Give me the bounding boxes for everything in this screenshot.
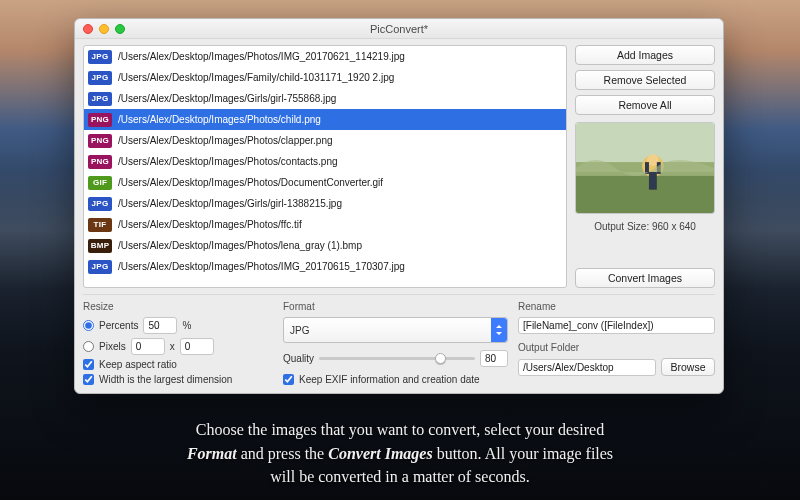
file-path: /Users/Alex/Desktop/Images/Photos/ffc.ti…: [118, 219, 302, 230]
filetype-badge: JPG: [88, 71, 112, 85]
preview-image: [575, 122, 715, 214]
window-title: PicConvert*: [75, 23, 723, 35]
pixels-x: x: [170, 341, 175, 352]
list-item[interactable]: JPG/Users/Alex/Desktop/Images/Family/chi…: [84, 67, 566, 88]
resize-panel: Resize Percents % Pixels x: [83, 301, 273, 385]
percents-text: Percents: [99, 320, 138, 331]
list-item[interactable]: JPG/Users/Alex/Desktop/Images/Girls/girl…: [84, 88, 566, 109]
app-window: PicConvert* JPG/Users/Alex/Desktop/Image…: [74, 18, 724, 394]
list-item[interactable]: PNG/Users/Alex/Desktop/Images/Photos/chi…: [84, 109, 566, 130]
format-label: Format: [283, 301, 508, 312]
svg-rect-4: [649, 172, 657, 190]
keep-aspect-label: Keep aspect ratio: [99, 359, 177, 370]
output-size-label: Output Size: 960 x 640: [575, 221, 715, 232]
pixels-width-input[interactable]: [131, 338, 165, 355]
list-item[interactable]: JPG/Users/Alex/Desktop/Images/Photos/IMG…: [84, 256, 566, 277]
filetype-badge: PNG: [88, 134, 112, 148]
rename-label: Rename: [518, 301, 715, 312]
file-path: /Users/Alex/Desktop/Images/Photos/clappe…: [118, 135, 333, 146]
convert-images-button[interactable]: Convert Images: [575, 268, 715, 288]
percent-sign: %: [182, 320, 191, 331]
list-item[interactable]: TIF/Users/Alex/Desktop/Images/Photos/ffc…: [84, 214, 566, 235]
filetype-badge: JPG: [88, 50, 112, 64]
keep-aspect-checkbox[interactable]: [83, 359, 94, 370]
file-path: /Users/Alex/Desktop/Images/Photos/lena_g…: [118, 240, 362, 251]
filetype-badge: JPG: [88, 260, 112, 274]
output-folder-input[interactable]: [518, 359, 656, 376]
file-path: /Users/Alex/Desktop/Images/Family/child-…: [118, 72, 394, 83]
format-select[interactable]: JPG: [283, 317, 508, 343]
width-largest-checkbox[interactable]: [83, 374, 94, 385]
format-selected-value: JPG: [290, 325, 309, 336]
pixels-height-input[interactable]: [180, 338, 214, 355]
quality-value-input[interactable]: [480, 350, 508, 367]
list-item[interactable]: JPG/Users/Alex/Desktop/Images/Girls/girl…: [84, 193, 566, 214]
filetype-badge: JPG: [88, 197, 112, 211]
quality-slider[interactable]: [319, 357, 475, 360]
list-item[interactable]: JPG/Users/Alex/Desktop/Images/Photos/IMG…: [84, 46, 566, 67]
percents-input[interactable]: [143, 317, 177, 334]
rename-input[interactable]: [518, 317, 715, 334]
list-item[interactable]: BMP/Users/Alex/Desktop/Images/Photos/len…: [84, 235, 566, 256]
filetype-badge: TIF: [88, 218, 112, 232]
output-folder-label: Output Folder: [518, 342, 715, 353]
keep-exif-checkbox[interactable]: [283, 374, 294, 385]
marketing-caption: Choose the images that you want to conve…: [0, 418, 800, 488]
file-path: /Users/Alex/Desktop/Images/Girls/girl-13…: [118, 198, 342, 209]
width-largest-label: Width is the largest dimension: [99, 374, 232, 385]
format-panel: Format JPG Quality Keep EXIF: [283, 301, 508, 385]
remove-all-button[interactable]: Remove All: [575, 95, 715, 115]
list-item[interactable]: PNG/Users/Alex/Desktop/Images/Photos/con…: [84, 151, 566, 172]
lower-area: Resize Percents % Pixels x: [83, 294, 715, 385]
filetype-badge: BMP: [88, 239, 112, 253]
pixels-text: Pixels: [99, 341, 126, 352]
filetype-badge: PNG: [88, 155, 112, 169]
desktop-background: PicConvert* JPG/Users/Alex/Desktop/Image…: [0, 0, 800, 500]
add-images-button[interactable]: Add Images: [575, 45, 715, 65]
filetype-badge: JPG: [88, 92, 112, 106]
filetype-badge: PNG: [88, 113, 112, 127]
file-path: /Users/Alex/Desktop/Images/Photos/child.…: [118, 114, 321, 125]
remove-selected-button[interactable]: Remove Selected: [575, 70, 715, 90]
side-panel: Add Images Remove Selected Remove All: [575, 45, 715, 288]
file-list[interactable]: JPG/Users/Alex/Desktop/Images/Photos/IMG…: [83, 45, 567, 288]
chevron-updown-icon: [491, 318, 507, 342]
list-item[interactable]: GIF/Users/Alex/Desktop/Images/Photos/Doc…: [84, 172, 566, 193]
file-path: /Users/Alex/Desktop/Images/Photos/contac…: [118, 156, 338, 167]
titlebar: PicConvert*: [75, 19, 723, 39]
resize-label: Resize: [83, 301, 273, 312]
upper-area: JPG/Users/Alex/Desktop/Images/Photos/IMG…: [83, 45, 715, 288]
browse-button[interactable]: Browse: [661, 358, 715, 376]
file-path: /Users/Alex/Desktop/Images/Photos/IMG_20…: [118, 261, 405, 272]
right-panel: Rename Output Folder Browse: [518, 301, 715, 385]
file-path: /Users/Alex/Desktop/Images/Photos/IMG_20…: [118, 51, 405, 62]
window-body: JPG/Users/Alex/Desktop/Images/Photos/IMG…: [75, 39, 723, 393]
filetype-badge: GIF: [88, 176, 112, 190]
file-path: /Users/Alex/Desktop/Images/Photos/Docume…: [118, 177, 383, 188]
list-item[interactable]: PNG/Users/Alex/Desktop/Images/Photos/cla…: [84, 130, 566, 151]
keep-exif-label: Keep EXIF information and creation date: [299, 374, 480, 385]
percents-radio[interactable]: [83, 320, 94, 331]
quality-label: Quality: [283, 353, 314, 364]
pixels-radio[interactable]: [83, 341, 94, 352]
file-path: /Users/Alex/Desktop/Images/Girls/girl-75…: [118, 93, 336, 104]
